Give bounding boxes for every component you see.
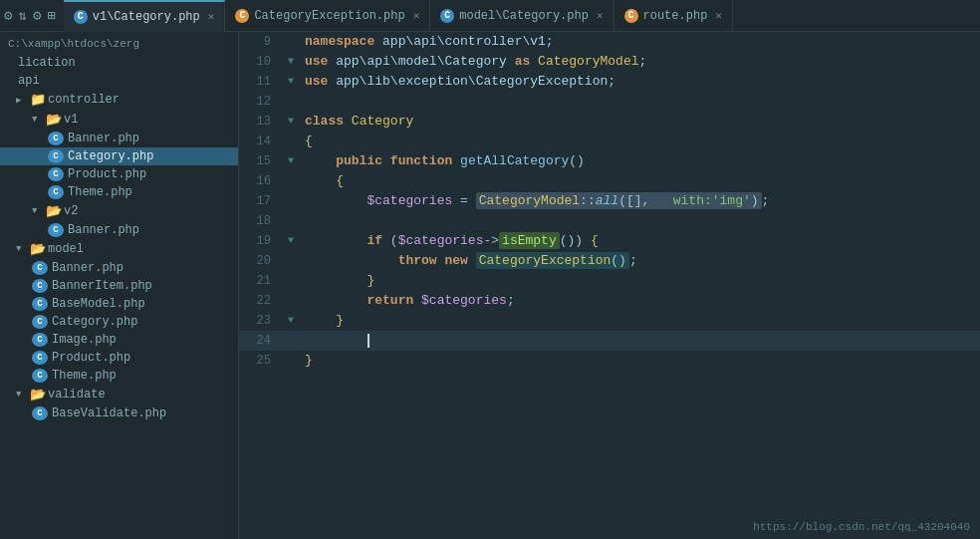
code-line-13: 13 ▼ class Category — [239, 112, 980, 132]
sidebar-item-api[interactable]: api — [0, 72, 238, 90]
tab-bar: ⚙ ⇅ ⚙ ⊞ C v1\Category.php ✕ C CategoryEx… — [0, 0, 980, 32]
tab-model-category[interactable]: C model\Category.php ✕ — [430, 0, 613, 32]
code-line-18: 18 — [239, 211, 980, 231]
tab-file-icon: C — [440, 9, 454, 23]
tab-close[interactable]: ✕ — [413, 9, 420, 22]
code-line-24: 24 — [239, 331, 980, 351]
code-line-15: 15 ▼ public function getAllCategory() — [239, 151, 980, 171]
file-icon: C — [32, 351, 48, 365]
settings-icon[interactable]: ⚙ — [4, 7, 12, 24]
file-icon: C — [48, 167, 64, 181]
tab-file-icon: C — [74, 10, 88, 24]
code-line-21: 21 } — [239, 271, 980, 291]
folder-arrow: ▶ — [16, 95, 30, 106]
code-table: 9 namespace app\api\controller\v1; 10 ▼ … — [239, 32, 980, 371]
tab-close[interactable]: ✕ — [715, 9, 722, 22]
toolbar-icons: ⚙ ⇅ ⚙ ⊞ — [4, 7, 56, 24]
file-icon: C — [48, 223, 64, 237]
folder-arrow: ▼ — [16, 244, 30, 254]
file-icon: C — [32, 333, 48, 347]
folder-arrow: ▼ — [16, 390, 30, 400]
tab-label: v1\Category.php — [93, 10, 200, 24]
sidebar-item-v1-theme[interactable]: C Theme.php — [0, 183, 238, 201]
sidebar-item-validate-basevalidate[interactable]: C BaseValidate.php — [0, 404, 238, 422]
code-content[interactable]: 9 namespace app\api\controller\v1; 10 ▼ … — [239, 32, 980, 539]
tab-close[interactable]: ✕ — [208, 10, 215, 23]
tab-route[interactable]: C route.php ✕ — [614, 0, 733, 32]
code-line-19: 19 ▼ if ($categories->isEmpty()) { — [239, 231, 980, 251]
folder-arrow: ▼ — [32, 206, 46, 216]
file-icon: C — [32, 406, 48, 420]
code-line-11: 11 ▼ use app\lib\exception\CategoryExcep… — [239, 72, 980, 92]
file-icon: C — [32, 297, 48, 311]
sidebar-item-v1-banner[interactable]: C Banner.php — [0, 130, 238, 147]
tab-file-icon: C — [235, 9, 249, 23]
sidebar-item-validate[interactable]: ▼ 📂 validate — [0, 385, 238, 404]
sidebar-item-model-basemodel[interactable]: C BaseModel.php — [0, 295, 238, 313]
code-line-16: 16 { — [239, 171, 980, 191]
file-icon: C — [32, 369, 48, 383]
sidebar-item-v2-banner[interactable]: C Banner.php — [0, 221, 238, 239]
folder-icon: 📂 — [30, 241, 46, 257]
file-icon: C — [48, 149, 64, 163]
sidebar-item-model-product[interactable]: C Product.php — [0, 349, 238, 367]
sidebar-item-v1-product[interactable]: C Product.php — [0, 165, 238, 183]
main-container: C:\xampp\htdocs\zerg lication api ▶ 📁 co… — [0, 32, 980, 539]
sidebar-item-lication[interactable]: lication — [0, 54, 238, 72]
sidebar-item-controller[interactable]: ▶ 📁 controller — [0, 90, 238, 110]
file-tree: C:\xampp\htdocs\zerg lication api ▶ 📁 co… — [0, 32, 239, 539]
file-icon: C — [32, 279, 48, 293]
file-icon: C — [32, 315, 48, 329]
sidebar-item-model-category[interactable]: C Category.php — [0, 313, 238, 331]
code-line-25: 25 } — [239, 351, 980, 371]
code-line-10: 10 ▼ use app\api\model\Category as Categ… — [239, 52, 980, 72]
tab-file-icon: C — [624, 9, 638, 23]
tab-label: route.php — [643, 9, 708, 23]
sidebar-item-v1-category[interactable]: C Category.php — [0, 147, 238, 165]
code-editor[interactable]: 9 namespace app\api\controller\v1; 10 ▼ … — [239, 32, 980, 539]
file-icon: C — [32, 261, 48, 275]
tab-label: model\Category.php — [459, 9, 589, 23]
tab-v1-category[interactable]: C v1\Category.php ✕ — [64, 0, 226, 32]
code-line-17: 17 $categories = CategoryModel::all([], … — [239, 191, 980, 211]
folder-icon: 📂 — [46, 203, 62, 219]
file-icon: C — [48, 185, 64, 199]
folder-icon: 📁 — [30, 92, 46, 108]
project-path: C:\xampp\htdocs\zerg — [0, 34, 238, 54]
layout-icon[interactable]: ⊞ — [47, 7, 55, 24]
sidebar-item-model-image[interactable]: C Image.php — [0, 331, 238, 349]
watermark: https://blog.csdn.net/qq_43204040 — [753, 521, 970, 533]
code-line-12: 12 — [239, 92, 980, 112]
sidebar-item-model-theme[interactable]: C Theme.php — [0, 367, 238, 385]
code-line-23: 23 ▼ } — [239, 311, 980, 331]
tab-label: CategoryException.php — [254, 9, 404, 23]
folder-icon: 📂 — [30, 387, 46, 403]
sidebar-item-model[interactable]: ▼ 📂 model — [0, 239, 238, 259]
sidebar-item-v2[interactable]: ▼ 📂 v2 — [0, 201, 238, 221]
tab-category-exception[interactable]: C CategoryException.php ✕ — [225, 0, 430, 32]
file-icon: C — [48, 132, 64, 145]
tab-close[interactable]: ✕ — [597, 9, 604, 22]
code-line-20: 20 throw new CategoryException(); — [239, 251, 980, 271]
sidebar-item-v1[interactable]: ▼ 📂 v1 — [0, 110, 238, 130]
code-line-9: 9 namespace app\api\controller\v1; — [239, 32, 980, 52]
folder-arrow: ▼ — [32, 115, 46, 125]
sidebar-item-model-banner[interactable]: C Banner.php — [0, 259, 238, 277]
code-line-14: 14 { — [239, 132, 980, 151]
gear-icon[interactable]: ⚙ — [33, 7, 41, 24]
folder-icon: 📂 — [46, 112, 62, 128]
sidebar-item-model-banneritem[interactable]: C BannerItem.php — [0, 277, 238, 295]
split-icon[interactable]: ⇅ — [18, 7, 26, 24]
code-line-22: 22 return $categories; — [239, 291, 980, 311]
